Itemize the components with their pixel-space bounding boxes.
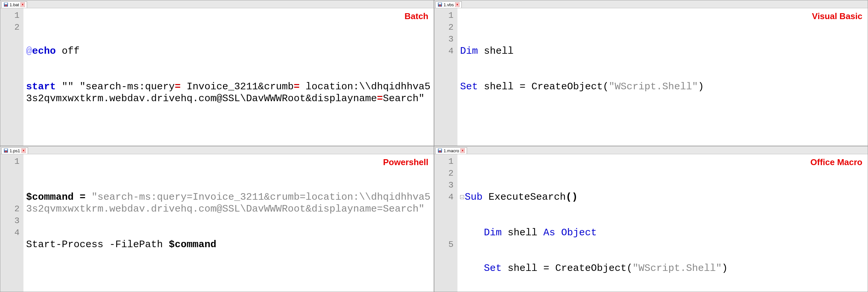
save-disk-icon [438,148,442,153]
pane-vbs: 1.vbs × 1 2 3 4 Visual Basic Dim shell S… [434,0,868,146]
line-gutter: 1 2 3 4 [434,8,458,146]
tab-label: 1.vbs [443,2,454,7]
editor[interactable]: 1 2 3 4 Powershell $command = "search-ms… [0,154,434,292]
editor[interactable]: 1 2 3 4 5 Office Macro −Sub ExecuteSearc… [434,154,868,292]
pane-batch: 1.bat × 1 2 Batch @echo off start "" "se… [0,0,434,146]
close-icon[interactable]: × [22,148,26,153]
editor[interactable]: 1 2 3 4 Visual Basic Dim shell Set shell… [434,8,868,146]
code-area[interactable]: Batch @echo off start "" "search-ms:quer… [24,8,434,146]
close-icon[interactable]: × [21,2,25,7]
tab-label: 1.ps1 [9,148,20,153]
editor[interactable]: 1 2 Batch @echo off start "" "search-ms:… [0,8,434,146]
code-area[interactable]: Visual Basic Dim shell Set shell = Creat… [458,8,868,146]
tab-bar: 1.macro × [434,146,868,154]
lang-badge: Powershell [383,156,428,168]
svg-rect-11 [439,151,441,152]
line-gutter: 1 2 3 4 5 [434,154,458,292]
save-disk-icon [4,2,8,7]
tab-bar: 1.ps1 × [0,146,434,154]
save-disk-icon [438,2,442,7]
pane-macro: 1.macro × 1 2 3 4 5 Office Macro −Sub Ex… [434,146,868,292]
close-icon[interactable]: × [455,2,459,7]
code-area[interactable]: Office Macro −Sub ExecuteSearch() Dim sh… [458,154,868,292]
svg-rect-1 [5,3,8,4]
fold-minus-icon[interactable]: − [460,195,464,199]
tab-label: 1.macro [443,148,459,153]
lang-badge: Batch [405,10,428,22]
line-gutter: 1 2 3 4 [0,154,24,292]
line-gutter: 1 2 [0,8,24,146]
svg-rect-7 [5,149,8,150]
pane-ps1: 1.ps1 × 1 2 3 4 Powershell $command = "s… [0,146,434,292]
tab-bat[interactable]: 1.bat × [1,1,27,8]
svg-rect-2 [5,5,7,6]
lang-badge: Visual Basic [812,10,862,22]
svg-rect-8 [5,151,7,152]
svg-rect-10 [439,149,442,150]
tab-vbs[interactable]: 1.vbs × [435,1,462,8]
tab-label: 1.bat [9,2,19,7]
lang-badge: Office Macro [810,156,863,168]
svg-rect-4 [439,3,442,4]
close-icon[interactable]: × [460,148,465,153]
tab-ps1[interactable]: 1.ps1 × [1,147,28,154]
code-area[interactable]: Powershell $command = "search-ms:query=I… [24,154,434,292]
svg-rect-5 [439,5,441,6]
save-disk-icon [4,148,8,153]
tab-bar: 1.bat × [0,0,434,8]
tab-macro[interactable]: 1.macro × [435,147,467,154]
tab-bar: 1.vbs × [434,0,868,8]
